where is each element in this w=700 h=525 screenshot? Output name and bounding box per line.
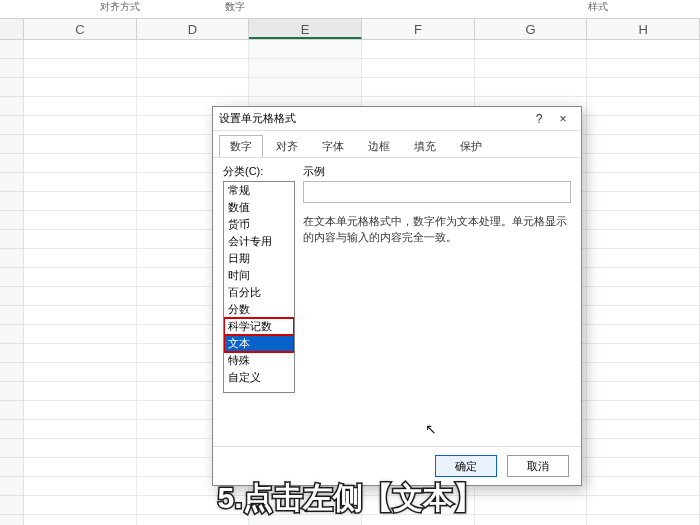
cell[interactable] [24, 192, 137, 211]
ok-button[interactable]: 确定 [435, 455, 497, 477]
cell[interactable] [24, 477, 137, 496]
cell[interactable] [587, 439, 700, 458]
category-item-6[interactable]: 百分比 [224, 284, 294, 301]
col-header-c[interactable]: C [24, 19, 137, 39]
category-item-4[interactable]: 日期 [224, 250, 294, 267]
dialog-close-button[interactable]: × [551, 109, 575, 129]
cell[interactable] [362, 78, 475, 97]
cell[interactable] [24, 268, 137, 287]
cell[interactable] [587, 97, 700, 116]
row-header[interactable] [0, 477, 24, 496]
cell[interactable] [24, 59, 137, 78]
category-item-3[interactable]: 会计专用 [224, 233, 294, 250]
cell[interactable] [24, 363, 137, 382]
category-listbox[interactable]: 常规数值货币会计专用日期时间百分比分数科学记数文本特殊自定义 [223, 181, 295, 393]
row-header[interactable] [0, 287, 24, 306]
cell[interactable] [587, 382, 700, 401]
cell[interactable] [587, 173, 700, 192]
cell[interactable] [587, 268, 700, 287]
tab-number[interactable]: 数字 [219, 135, 263, 158]
row-header[interactable] [0, 97, 24, 116]
cell[interactable] [475, 59, 588, 78]
row-header[interactable] [0, 325, 24, 344]
cell[interactable] [24, 135, 137, 154]
cell[interactable] [249, 78, 362, 97]
cell[interactable] [137, 78, 250, 97]
cell[interactable] [587, 78, 700, 97]
cell[interactable] [475, 78, 588, 97]
cell[interactable] [362, 59, 475, 78]
cell[interactable] [24, 173, 137, 192]
cell[interactable] [587, 420, 700, 439]
row-header[interactable] [0, 154, 24, 173]
cell[interactable] [24, 325, 137, 344]
tab-font[interactable]: 字体 [311, 135, 355, 158]
cell[interactable] [587, 40, 700, 59]
cell[interactable] [24, 230, 137, 249]
cell[interactable] [24, 344, 137, 363]
cell[interactable] [587, 135, 700, 154]
cell[interactable] [137, 40, 250, 59]
col-header-h[interactable]: H [587, 19, 700, 39]
category-item-8[interactable]: 科学记数 [224, 318, 294, 335]
cell[interactable] [24, 439, 137, 458]
col-header-f[interactable]: F [362, 19, 475, 39]
cell[interactable] [587, 477, 700, 496]
row-header[interactable] [0, 496, 24, 515]
tab-fill[interactable]: 填充 [403, 135, 447, 158]
cell[interactable] [475, 515, 588, 525]
cell[interactable] [587, 154, 700, 173]
cell[interactable] [24, 211, 137, 230]
row-header[interactable] [0, 78, 24, 97]
row-header[interactable] [0, 382, 24, 401]
cell[interactable] [587, 249, 700, 268]
cell[interactable] [24, 420, 137, 439]
category-item-2[interactable]: 货币 [224, 216, 294, 233]
cell[interactable] [587, 116, 700, 135]
cell[interactable] [587, 59, 700, 78]
row-header[interactable] [0, 439, 24, 458]
row-header[interactable] [0, 401, 24, 420]
row-header[interactable] [0, 59, 24, 78]
row-header[interactable] [0, 192, 24, 211]
row-header[interactable] [0, 135, 24, 154]
col-header-e[interactable]: E [249, 19, 362, 39]
cell[interactable] [249, 40, 362, 59]
cell[interactable] [24, 382, 137, 401]
dialog-help-button[interactable]: ? [527, 109, 551, 129]
cell[interactable] [24, 78, 137, 97]
cell[interactable] [587, 515, 700, 525]
row-header[interactable] [0, 363, 24, 382]
cell[interactable] [587, 401, 700, 420]
cell[interactable] [587, 363, 700, 382]
cell[interactable] [24, 458, 137, 477]
row-header[interactable] [0, 420, 24, 439]
category-item-9[interactable]: 文本 [224, 335, 294, 352]
cell[interactable] [24, 287, 137, 306]
category-item-0[interactable]: 常规 [224, 182, 294, 199]
dialog-titlebar[interactable]: 设置单元格格式 ? × [213, 107, 581, 131]
cell[interactable] [587, 306, 700, 325]
cell[interactable] [587, 230, 700, 249]
cell[interactable] [24, 154, 137, 173]
row-header[interactable] [0, 116, 24, 135]
row-header[interactable] [0, 173, 24, 192]
cell[interactable] [24, 249, 137, 268]
row-header[interactable] [0, 211, 24, 230]
cell[interactable] [249, 59, 362, 78]
tab-alignment[interactable]: 对齐 [265, 135, 309, 158]
cell[interactable] [587, 287, 700, 306]
row-header[interactable] [0, 268, 24, 287]
tab-border[interactable]: 边框 [357, 135, 401, 158]
cell[interactable] [587, 344, 700, 363]
cell[interactable] [24, 97, 137, 116]
category-item-10[interactable]: 特殊 [224, 352, 294, 369]
cell[interactable] [475, 496, 588, 515]
category-item-5[interactable]: 时间 [224, 267, 294, 284]
col-header-g[interactable]: G [475, 19, 588, 39]
category-item-11[interactable]: 自定义 [224, 369, 294, 386]
row-header[interactable] [0, 515, 24, 525]
cell[interactable] [475, 40, 588, 59]
select-all-corner[interactable] [0, 19, 24, 39]
cell[interactable] [24, 40, 137, 59]
